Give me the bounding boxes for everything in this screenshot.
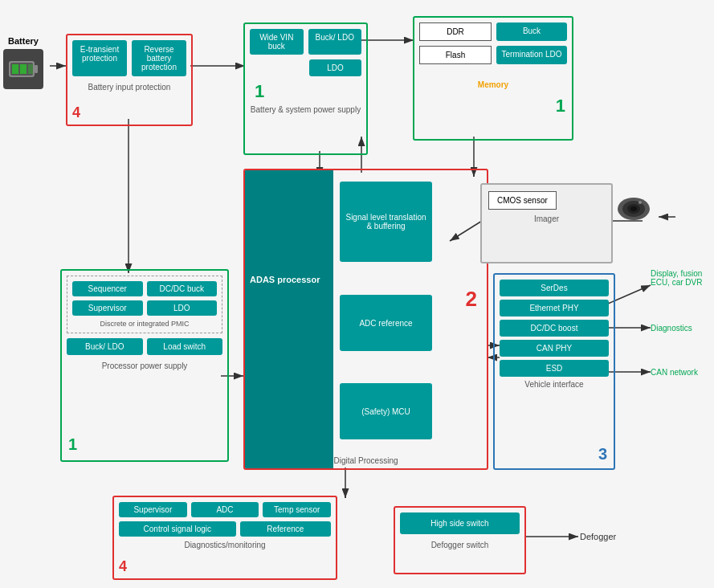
load-switch-box: Load switch: [147, 338, 223, 355]
battery-input-protection-box: E-transient protection Reverse battery p…: [66, 34, 193, 126]
defogger-switch-label: Defogger switch: [400, 541, 520, 549]
display-output-label: Display, fusion ECU, car DVR: [651, 269, 714, 287]
processor-power-box: Sequencer DC/DC buck Supervisor LDO Disc…: [60, 269, 229, 462]
supervisor-diag-box: Supervisor: [119, 502, 187, 517]
battery-icon: [3, 49, 43, 89]
diagnostics-output-label: Diagnostics: [651, 324, 692, 333]
control-signal-box: Control signal logic: [119, 521, 236, 537]
digital-proc-badge: 2: [466, 287, 477, 312]
svg-point-33: [639, 201, 642, 204]
wide-vin-box: Wide VIN buck: [250, 29, 304, 55]
imager-label: Imager: [488, 214, 605, 223]
diag-badge: 4: [119, 558, 127, 575]
proc-power-label: Processor power supply: [67, 361, 222, 370]
svg-rect-28: [28, 64, 33, 74]
dc-dc-buck-box: DC/DC buck: [147, 281, 218, 296]
battery-power-badge: 1: [250, 81, 361, 102]
high-side-switch-box: High side switch: [400, 512, 520, 534]
e-transient-box: E-transient protection: [72, 40, 127, 76]
battery-label: Battery: [3, 36, 43, 46]
ethernet-phy-box: Ethernet PHY: [500, 300, 609, 316]
pmic-inner-box: Sequencer DC/DC buck Supervisor LDO Disc…: [67, 276, 222, 333]
flash-box: Flash: [419, 46, 492, 64]
svg-rect-26: [12, 64, 18, 74]
adc-reference-box: ADC reference: [340, 295, 432, 351]
ldo-power-box: LDO: [309, 59, 361, 76]
diagnostics-monitoring-box: Supervisor ADC Temp sensor Control signa…: [112, 496, 337, 580]
serdes-box: SerDes: [500, 280, 609, 296]
memory-badge: 1: [556, 96, 565, 116]
defogger-output-label: Defogger: [580, 532, 616, 541]
svg-rect-27: [20, 64, 27, 74]
dc-dc-boost-box: DC/DC boost: [500, 320, 609, 337]
battery-protection-label: Battery input protection: [72, 83, 186, 92]
temp-sensor-box: Temp sensor: [263, 502, 331, 517]
adas-processor-area: ADAS processor: [245, 170, 333, 470]
digital-processing-box: ADAS processor Signal level translation …: [243, 169, 488, 470]
memory-label: Memory: [419, 80, 567, 89]
reverse-battery-box: Reverse battery protection: [132, 40, 186, 76]
diag-label: Diagnostics/monitoring: [119, 541, 331, 549]
imager-box: CMOS sensor Imager: [480, 183, 613, 263]
adc-diag-box: ADC: [191, 502, 259, 517]
sequencer-box: Sequencer: [72, 281, 143, 296]
vehicle-interface-box: SerDes Ethernet PHY DC/DC boost CAN PHY …: [493, 273, 615, 470]
termination-ldo-box: Termination LDO: [496, 46, 567, 64]
memory-box: DDR Buck Flash Termination LDO 1 Memory: [413, 16, 573, 141]
digital-proc-label: Digital Processing: [245, 456, 487, 465]
battery-section: Battery: [3, 36, 43, 89]
defogger-switch-box: High side switch Defogger switch: [394, 506, 526, 574]
esd-box: ESD: [500, 360, 609, 377]
vehicle-label: Vehicle interface: [500, 380, 609, 389]
can-network-output-label: CAN network: [651, 368, 698, 377]
battery-power-supply-box: Wide VIN buck Buck/ LDO LDO 1 Battery & …: [243, 22, 368, 155]
supervisor-proc-box: Supervisor: [72, 300, 143, 316]
vehicle-badge: 3: [598, 445, 607, 463]
signal-level-box: Signal level translation & buffering: [340, 182, 432, 262]
buck-ldo-proc-box: Buck/ LDO: [67, 338, 143, 355]
ldo-proc-box: LDO: [147, 300, 218, 316]
pmic-label: Discrete or integrated PMIC: [72, 320, 217, 328]
can-phy-box: CAN PHY: [500, 340, 609, 357]
proc-power-badge: 1: [68, 435, 77, 454]
svg-point-32: [630, 206, 637, 211]
buck-memory-box: Buck: [496, 22, 567, 41]
battery-power-label: Battery & system power supply: [250, 105, 361, 114]
safety-mcu-box: (Safety) MCU: [340, 383, 432, 439]
svg-rect-25: [35, 65, 38, 73]
battery-protection-badge: 4: [72, 104, 80, 121]
camera-icon: [616, 194, 651, 225]
reference-box: Reference: [240, 521, 331, 537]
buck-ldo-power-box: Buck/ LDO: [308, 29, 362, 55]
cmos-sensor-box: CMOS sensor: [488, 191, 557, 210]
adas-processor-label: ADAS processor: [245, 267, 333, 292]
ddr-box: DDR: [419, 22, 492, 41]
